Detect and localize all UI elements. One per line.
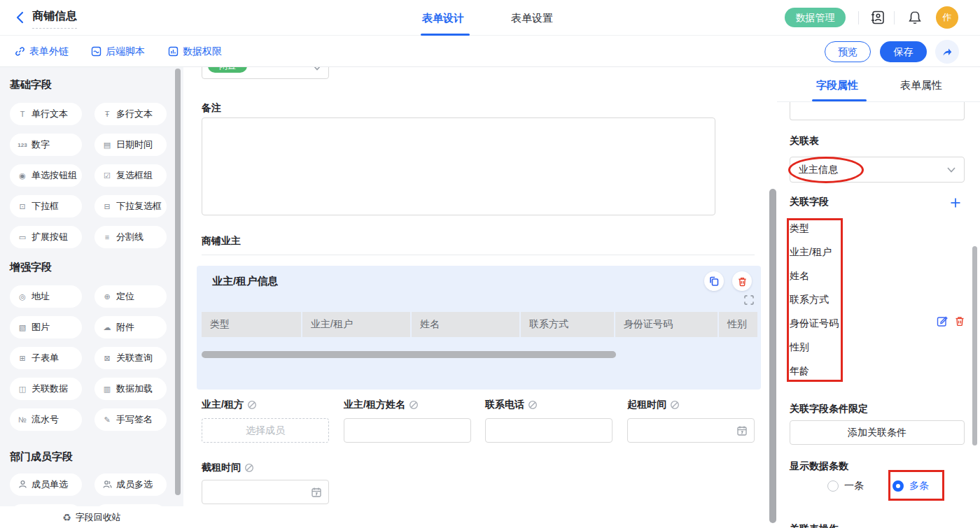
- field-button-radio-group[interactable]: ◉单选按钮组: [10, 164, 82, 187]
- member-single-icon: [17, 480, 28, 490]
- edit-button[interactable]: [937, 315, 948, 329]
- avatar[interactable]: 作: [936, 6, 958, 29]
- subform-table-header: 类型 业主/租户 姓名 联系方式 身份证号码 性别: [202, 312, 757, 337]
- contacts-icon[interactable]: [870, 10, 886, 25]
- field-button-extend-button[interactable]: ▭扩展按钮: [10, 226, 82, 248]
- backend-script-link[interactable]: 后端脚本: [91, 36, 145, 67]
- hidden-eye-icon: [528, 400, 538, 410]
- field-label-owner: 业主/租方: [202, 399, 257, 411]
- add-condition-button[interactable]: 添加关联条件: [790, 420, 965, 445]
- field-button-member-multi[interactable]: 成员多选: [94, 473, 167, 496]
- data-permission-link[interactable]: 数据权限: [168, 36, 222, 67]
- script-icon: [91, 46, 102, 57]
- display-count-label: 显示数据条数: [790, 460, 848, 473]
- copy-button[interactable]: [704, 271, 724, 291]
- save-button[interactable]: 保存: [880, 41, 927, 62]
- status-select[interactable]: 闲置: [202, 67, 329, 79]
- delete-field-button[interactable]: [954, 315, 965, 329]
- calendar-icon: [736, 425, 748, 438]
- field-button-select[interactable]: ⊡下拉框: [10, 195, 82, 217]
- subform-horizontal-scrollbar[interactable]: [202, 351, 616, 358]
- section-title-enhanced: 增强字段: [10, 261, 183, 274]
- field-button-multi-text[interactable]: Ŧ多行文本: [94, 103, 167, 125]
- field-button-datetime[interactable]: ▤日期时间: [94, 134, 167, 156]
- related-table-select[interactable]: 业主信息: [790, 157, 965, 183]
- field-label-phone: 联系电话: [485, 399, 538, 411]
- share-button[interactable]: [935, 40, 959, 64]
- panel-scrollbar[interactable]: [972, 246, 977, 445]
- field-library-sidebar: 基础字段 T单行文本 Ŧ多行文本 123数字 ▤日期时间 ◉单选按钮组 ☑复选框…: [0, 67, 183, 528]
- delete-button[interactable]: [732, 271, 752, 291]
- column-header: 业主/租户: [302, 312, 410, 337]
- back-icon[interactable]: [14, 10, 28, 24]
- remark-textarea[interactable]: [202, 117, 715, 215]
- form-toolbar: 表单外链 后端脚本 数据权限 预览 保存: [0, 36, 980, 67]
- chevron-down-icon: [313, 67, 321, 73]
- field-button-image[interactable]: ▧图片: [10, 316, 82, 338]
- owner-name-input[interactable]: [344, 418, 471, 443]
- lease-end-input[interactable]: [202, 480, 329, 504]
- radio-single[interactable]: 一条: [827, 480, 864, 492]
- field-button-attachment[interactable]: ☁附件: [94, 316, 167, 338]
- field-button-lookup[interactable]: ⊠关联查询: [94, 347, 167, 369]
- canvas-scrollbar[interactable]: [769, 189, 776, 523]
- share-icon: [941, 46, 953, 57]
- clipped-input[interactable]: [790, 102, 965, 120]
- member-picker-input[interactable]: 选择成员: [202, 418, 329, 443]
- add-field-icon[interactable]: [950, 197, 961, 211]
- status-tag: 闲置: [208, 67, 247, 73]
- field-button-number[interactable]: 123数字: [10, 134, 82, 156]
- field-button-locate[interactable]: ⊕定位: [94, 285, 167, 308]
- attachment-icon: ☁: [102, 323, 113, 332]
- tab-form-design[interactable]: 表单设计: [422, 0, 464, 36]
- remark-label: 备注: [202, 102, 221, 115]
- field-button-data-load[interactable]: ▥数据加载: [94, 378, 167, 400]
- select-icon: ⊡: [17, 202, 28, 211]
- column-header: 性别: [719, 312, 757, 337]
- field-button-multi-select[interactable]: ⊟下拉复选框: [94, 195, 167, 217]
- field-button-checkbox-group[interactable]: ☑复选框组: [94, 164, 167, 187]
- field-recycle-bin[interactable]: ♻字段回收站: [0, 506, 183, 528]
- signature-icon: ✎: [102, 415, 113, 424]
- form-external-link[interactable]: 表单外链: [15, 36, 69, 67]
- expand-icon[interactable]: [744, 295, 754, 307]
- related-field-item: 身份证号码: [790, 317, 839, 330]
- hidden-eye-icon: [244, 463, 254, 473]
- tab-form-properties[interactable]: 表单属性: [900, 79, 942, 92]
- phone-input[interactable]: [485, 418, 612, 443]
- subform-panel[interactable]: 业主/租户信息 类型 业主/租户 姓名 联系方式 身份证号码: [197, 266, 761, 390]
- sidebar-scrollbar[interactable]: [175, 69, 181, 495]
- notification-bell-icon[interactable]: [907, 10, 923, 25]
- property-panel: 字段属性 表单属性 关联表 业主信息 关联字段 类型 业主/租户 姓名 联系方式…: [777, 67, 980, 528]
- radio-off-icon: [827, 480, 839, 492]
- related-fields-label: 关联字段: [790, 196, 829, 208]
- page-title[interactable]: 商铺信息: [32, 9, 77, 29]
- field-button-serial[interactable]: №流水号: [10, 408, 82, 431]
- hidden-eye-icon: [670, 400, 680, 410]
- field-button-member-single[interactable]: 成员单选: [10, 473, 82, 496]
- datetime-icon: ▤: [102, 141, 113, 150]
- link-icon: [15, 46, 25, 57]
- section-divider: [202, 255, 755, 255]
- hidden-eye-icon: [409, 400, 419, 410]
- hidden-eye-icon: [247, 400, 257, 410]
- radio-multiple[interactable]: 多条: [892, 480, 929, 492]
- related-table-value: 业主信息: [799, 164, 947, 176]
- data-manage-button[interactable]: 数据管理: [785, 8, 846, 27]
- form-canvas: 闲置 备注 商铺业主 业主/租户信息 类型: [183, 67, 777, 528]
- tab-field-properties[interactable]: 字段属性: [816, 79, 858, 92]
- field-button-subform[interactable]: ⊞子表单: [10, 347, 82, 369]
- tab-form-settings[interactable]: 表单设置: [511, 0, 553, 36]
- linked-data-icon: ◫: [17, 385, 28, 394]
- field-button-address[interactable]: ◎地址: [10, 285, 82, 308]
- preview-button[interactable]: 预览: [825, 41, 871, 62]
- lookup-icon: ⊠: [102, 354, 113, 363]
- lease-start-input[interactable]: [627, 418, 755, 443]
- field-button-divider[interactable]: ≡分割线: [94, 226, 167, 248]
- field-button-signature[interactable]: ✎手写签名: [94, 408, 167, 431]
- table-action-label: 关联表操作: [790, 523, 839, 528]
- subform-title: 业主/租户信息: [212, 275, 278, 288]
- related-field-item: 姓名: [790, 270, 809, 283]
- field-button-linked-data[interactable]: ◫关联数据: [10, 378, 82, 400]
- field-button-single-text[interactable]: T单行文本: [10, 103, 82, 125]
